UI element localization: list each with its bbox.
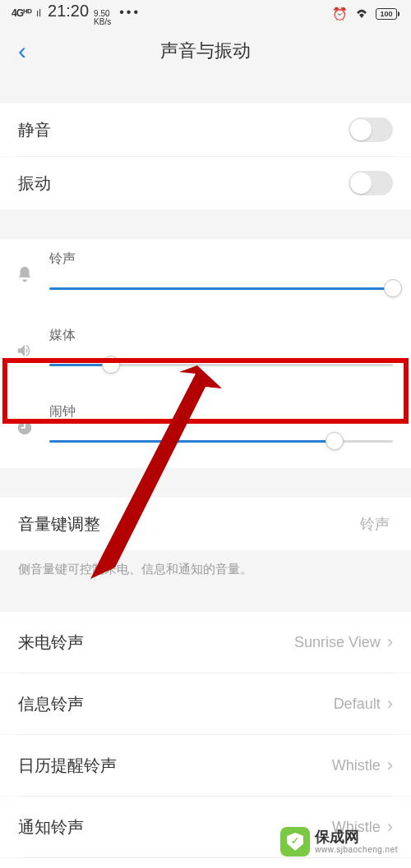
watermark-name: 保成网: [315, 829, 398, 846]
notification-ringtone-label: 通知铃声: [18, 816, 84, 838]
battery-icon: 100: [376, 8, 399, 20]
message-ringtone-value: Default: [334, 696, 381, 713]
mute-row: 静音: [0, 103, 411, 156]
volume-key-label: 音量键调整: [18, 513, 100, 535]
incoming-ringtone-label: 来电铃声: [18, 631, 84, 654]
speaker-icon: [13, 342, 36, 360]
message-ringtone-label: 信息铃声: [18, 693, 84, 715]
ring-volume-row: 铃声: [0, 239, 411, 315]
volume-key-desc: 侧音量键可控制来电、信息和通知的音量。: [0, 550, 411, 589]
media-volume-row: 媒体: [0, 315, 411, 392]
vibrate-label: 振动: [18, 172, 51, 195]
vibrate-toggle[interactable]: [349, 171, 393, 195]
alarm-volume-row: 闹钟: [0, 392, 411, 468]
watermark-url: www.sjbaocheng.net: [315, 845, 398, 854]
page-title: 声音与振动: [0, 39, 411, 63]
crescendo-row: 来电铃声渐强: [0, 858, 411, 868]
message-ringtone-row[interactable]: 信息铃声 Default›: [0, 673, 411, 734]
signal-icon: 4Gᴴᴰ: [12, 7, 31, 19]
alarm-icon: ⏰: [332, 7, 348, 21]
volumes-section: 铃声 媒体 闹钟: [0, 239, 411, 468]
calendar-ringtone-value: Whistle: [332, 757, 381, 774]
alarm-volume-slider[interactable]: [49, 432, 393, 450]
calendar-ringtone-label: 日历提醒铃声: [18, 755, 117, 777]
status-time: 21:20: [48, 2, 89, 21]
ring-volume-slider[interactable]: [49, 279, 393, 297]
signal-bars-icon: ıl: [36, 7, 41, 19]
volume-key-value: 铃声: [360, 514, 390, 534]
chevron-right-icon: ›: [387, 693, 393, 714]
ring-volume-label: 铃声: [49, 250, 393, 268]
status-bar: 4Gᴴᴰ ıl 21:20 9.50KB/s ••• ⏰ 100: [0, 0, 411, 28]
watermark: ✓ 保成网 www.sjbaocheng.net: [280, 827, 398, 857]
more-icon: •••: [116, 5, 141, 20]
volume-key-row[interactable]: 音量键调整 铃声: [0, 498, 411, 550]
status-speed: 9.50KB/s: [94, 10, 111, 26]
incoming-ringtone-row[interactable]: 来电铃声 Sunrise View›: [0, 612, 411, 673]
nav-bar: ‹ 声音与振动: [0, 28, 411, 74]
bell-icon: [13, 265, 36, 283]
incoming-ringtone-value: Sunrise View: [294, 634, 381, 651]
back-button[interactable]: ‹: [10, 32, 35, 70]
media-volume-label: 媒体: [49, 327, 393, 344]
vibrate-row: 振动: [0, 157, 411, 209]
clock-icon: [13, 418, 36, 436]
mute-toggle[interactable]: [349, 117, 393, 142]
chevron-right-icon: ›: [387, 631, 393, 653]
watermark-logo-icon: ✓: [280, 827, 310, 857]
mute-label: 静音: [18, 119, 51, 141]
wifi-icon: [354, 7, 369, 21]
media-volume-slider[interactable]: [49, 356, 393, 374]
chevron-right-icon: ›: [387, 755, 393, 776]
calendar-ringtone-row[interactable]: 日历提醒铃声 Whistle›: [0, 735, 411, 796]
alarm-volume-label: 闹钟: [49, 403, 393, 420]
